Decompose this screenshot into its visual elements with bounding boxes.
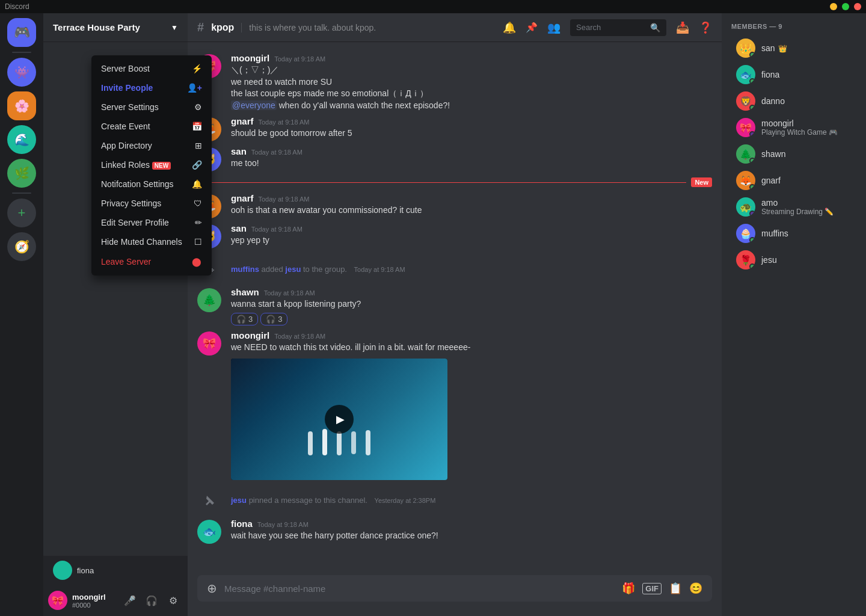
close-button[interactable]	[854, 3, 861, 10]
member-item-san[interactable]: 👑 san 👑	[726, 35, 861, 61]
user-avatar: 🎀	[48, 591, 67, 610]
members-icon[interactable]: 👥	[547, 21, 560, 34]
reaction-headphones-2[interactable]: 🎧 3	[260, 313, 287, 325]
minimize-button[interactable]	[830, 3, 837, 10]
member-item-moongirl[interactable]: 🎀 moongirl Playing Witch Game 🎮	[726, 114, 861, 141]
actor-name[interactable]: muffins	[231, 265, 259, 274]
menu-item-app-directory[interactable]: App Directory ⊞	[91, 136, 212, 155]
member-info: jesu	[761, 255, 777, 265]
message-row: 🦊 gnarf Today at 9:18 AM ooh is that a n…	[188, 192, 722, 220]
pin-time: Yesterday at 2:38PM	[375, 497, 436, 504]
add-server-button[interactable]: +	[7, 199, 36, 227]
member-name-amo: amo	[761, 198, 834, 208]
message-text-3: the last couple eps made me so emotional…	[231, 88, 712, 100]
member-info: amo Streaming Drawing ✏️	[761, 198, 834, 216]
pin-icon[interactable]: 📌	[526, 22, 538, 33]
menu-item-create-event[interactable]: Create Event 📅	[91, 117, 212, 136]
bell-header-icon[interactable]: 🔔	[503, 21, 516, 34]
message-input-box: ⊕ 🎁 GIF 📋 😊	[197, 575, 712, 602]
menu-item-privacy-settings[interactable]: Privacy Settings 🛡	[91, 194, 212, 213]
video-play-button[interactable]	[325, 405, 354, 434]
gift-button[interactable]: 🎁	[622, 582, 635, 595]
menu-item-server-settings[interactable]: Server Settings ⚙	[91, 97, 212, 117]
emoji-button[interactable]: 😊	[689, 582, 702, 595]
member-item-muffins[interactable]: 🧁 muffins	[726, 220, 861, 247]
menu-item-label: Server Settings	[101, 102, 159, 112]
message-row: 🐱 san Today at 9:18 AM yep yep ty	[188, 222, 722, 250]
reaction-headphones-1[interactable]: 🎧 3	[231, 313, 258, 325]
member-name-gnarf: gnarf	[761, 176, 781, 185]
menu-item-edit-server-profile[interactable]: Edit Server Profile ✏	[91, 213, 212, 232]
mention-everyone[interactable]: @everyone	[231, 100, 277, 110]
message-input-field[interactable]	[224, 584, 615, 594]
member-avatar-jesu: 🌹	[736, 250, 755, 270]
member-avatar-gnarf: 🦊	[736, 171, 755, 190]
status-indicator-danno	[749, 105, 755, 111]
add-file-button[interactable]: ⊕	[207, 581, 217, 596]
message-text-4: @everyone when do y'all wanna watch the …	[231, 100, 712, 112]
crown-icon: 👑	[778, 45, 787, 53]
message-text: ooh is that a new avatar you commissione…	[231, 205, 712, 217]
app-container: 🎮 👾 🌸 🌊 🌿 + 🧭 Terrace House Party ▼	[0, 13, 866, 616]
discover-button[interactable]: 🧭	[7, 232, 36, 261]
member-info: moongirl Playing Witch Game 🎮	[761, 119, 838, 137]
member-item-danno[interactable]: 🦁 danno	[726, 88, 861, 114]
status-indicator-gnarf	[749, 184, 755, 190]
member-item-amo[interactable]: 🐢 amo Streaming Drawing ✏️	[726, 194, 861, 220]
message-author[interactable]: moongirl	[231, 53, 269, 63]
message-author[interactable]: gnarf	[231, 116, 254, 126]
member-item-gnarf[interactable]: 🦊 gnarf	[726, 167, 861, 194]
inbox-icon[interactable]: 📥	[676, 21, 689, 34]
menu-item-leave-server[interactable]: Leave Server ⬤	[91, 251, 212, 272]
gear-icon: ⚙	[194, 102, 202, 112]
menu-item-hide-muted-channels[interactable]: Hide Muted Channels ☐	[91, 232, 212, 251]
server-icon-1[interactable]: 👾	[7, 58, 36, 87]
user-tag: #0000	[72, 602, 115, 609]
message-header: gnarf Today at 9:18 AM	[231, 116, 712, 126]
user-panel: 🎀 moongirl #0000 🎤 🎧 ⚙	[43, 585, 188, 616]
menu-item-notification-settings[interactable]: Notifcation Settings 🔔	[91, 174, 212, 194]
message-time: Today at 9:18 AM	[257, 521, 309, 528]
channel-name: kpop	[211, 22, 234, 33]
server-icon-4[interactable]: 🌿	[7, 159, 36, 188]
message-author[interactable]: moongirl	[231, 330, 269, 340]
message-author[interactable]: gnarf	[231, 193, 254, 203]
search-box[interactable]: 🔍	[570, 19, 666, 36]
server-icon-3[interactable]: 🌊	[7, 125, 36, 154]
member-info: san 👑	[761, 43, 787, 53]
menu-item-label: App Directory	[101, 141, 152, 150]
sticker-button[interactable]: 📋	[669, 582, 682, 595]
member-item-fiona[interactable]: 🐟 fiona	[726, 61, 861, 88]
server-name-label: Terrace House Party	[53, 22, 140, 32]
video-embed[interactable]	[231, 359, 447, 480]
menu-item-server-boost[interactable]: Server Boost ⚡	[91, 59, 212, 78]
member-item-shawn[interactable]: 🌲 shawn	[726, 141, 861, 167]
menu-item-label: Edit Server Profile	[101, 218, 169, 227]
message-author[interactable]: shawn	[231, 287, 259, 297]
gif-button[interactable]: GIF	[642, 583, 662, 594]
pin-actor-name[interactable]: jesu	[231, 496, 247, 505]
mute-button[interactable]: 🎤	[120, 591, 140, 610]
menu-item-invite-people[interactable]: Invite People 👤+	[91, 78, 212, 97]
message-content: moongirl Today at 9:18 AM we NEED to wat…	[231, 330, 712, 480]
message-author[interactable]: san	[231, 146, 247, 156]
target-name[interactable]: jesu	[285, 265, 301, 274]
maximize-button[interactable]	[842, 3, 849, 10]
message-row: 🎀 moongirl Today at 9:18 AM ＼(；▽；)／ we n…	[188, 52, 722, 112]
message-author[interactable]: fiona	[231, 519, 253, 529]
menu-item-linked-roles[interactable]: Linked Roles NEW 🔗	[91, 155, 212, 174]
menu-item-label: Invite People	[101, 83, 153, 93]
server-name-header[interactable]: Terrace House Party ▼	[43, 13, 188, 42]
search-input[interactable]	[576, 23, 646, 32]
member-info: danno	[761, 96, 785, 106]
message-author[interactable]: san	[231, 223, 247, 233]
member-item-jesu[interactable]: 🌹 jesu	[726, 247, 861, 273]
deafen-button[interactable]: 🎧	[142, 591, 161, 610]
message-text: me too!	[231, 158, 712, 170]
server-icon-discord-home[interactable]: 🎮	[7, 18, 36, 47]
user-settings-button[interactable]: ⚙	[164, 591, 183, 610]
server-icon-2[interactable]: 🌸	[7, 91, 36, 120]
message-row: 🌲 shawn Today at 9:18 AM wanna start a k…	[188, 286, 722, 327]
member-status-amo: Streaming Drawing ✏️	[761, 208, 834, 216]
help-icon[interactable]: ❓	[699, 21, 712, 34]
